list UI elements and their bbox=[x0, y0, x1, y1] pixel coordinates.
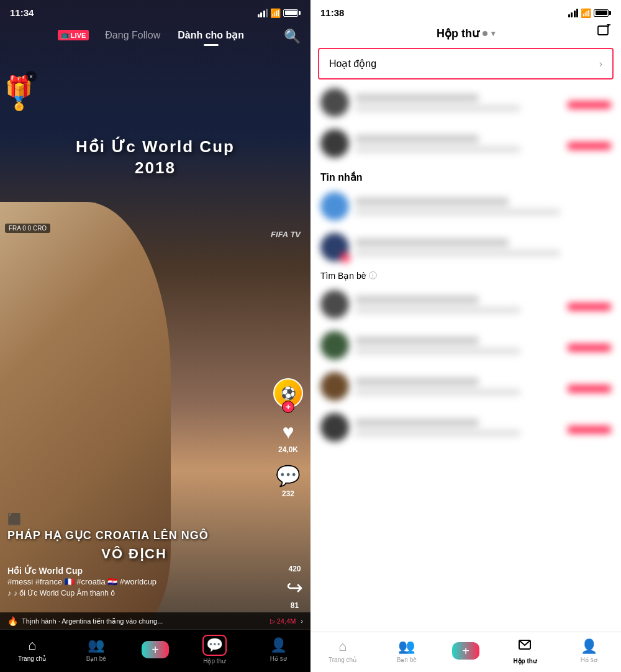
blurred-msg-2 bbox=[355, 146, 520, 153]
hoat-dong-row[interactable]: Hoạt động › bbox=[318, 48, 614, 79]
find-friends-label: Tìm Bạn bè bbox=[320, 271, 366, 281]
friend-content-2 bbox=[355, 337, 561, 355]
message-row-2[interactable]: 1 bbox=[318, 227, 614, 268]
left-nav: 📺 LIVE Đang Follow Dành cho bạn 🔍 bbox=[0, 23, 310, 50]
right-actions: ⚽ + ♥ 24,0K 💬 232 bbox=[273, 378, 303, 498]
comment-button[interactable]: 💬 232 bbox=[276, 464, 301, 498]
add-button-right[interactable]: + bbox=[452, 642, 479, 660]
info-icon: ⓘ bbox=[369, 270, 377, 281]
friend-avatar-3 bbox=[320, 372, 349, 401]
scroll-area[interactable]: Hoạt động › bbox=[310, 48, 621, 665]
follow-plus-button[interactable]: + bbox=[282, 401, 294, 413]
tv-icon: 📺 bbox=[61, 31, 70, 39]
like-button[interactable]: ♥ 24,0K bbox=[278, 420, 298, 454]
inbox-icon-right bbox=[517, 637, 532, 656]
blurred-avatar-2 bbox=[320, 129, 349, 158]
video-account[interactable]: Hồi Ức World Cup bbox=[7, 566, 261, 576]
message-content-2 bbox=[355, 238, 611, 257]
trending-bar[interactable]: 🔥 Thịnh hành · Argentina tiến thắng vào … bbox=[0, 612, 310, 630]
right-lower-actions: 420 ↪ 81 bbox=[286, 565, 303, 610]
friend-detail-1 bbox=[355, 307, 520, 314]
nav-inbox-right[interactable]: Hộp thư bbox=[506, 637, 543, 665]
blurred-avatar-1 bbox=[320, 88, 349, 117]
nav-profile-right[interactable]: 👤 Hồ sơ bbox=[570, 638, 607, 663]
friend-name-2 bbox=[355, 337, 479, 345]
video-hashtags[interactable]: #messi #france 🇫🇷 #croatia 🇭🇷 #worldcup bbox=[7, 577, 261, 586]
hoat-dong-label: Hoạt động bbox=[329, 58, 376, 70]
share-icon: ↪ bbox=[286, 576, 303, 599]
creator-avatar-container[interactable]: ⚽ + bbox=[273, 378, 303, 408]
profile-icon-left: 👤 bbox=[270, 637, 287, 653]
plus-icon: + bbox=[152, 643, 159, 657]
compose-icon bbox=[596, 24, 611, 39]
add-friend-button-4[interactable] bbox=[568, 426, 611, 434]
signal-icon-right bbox=[568, 9, 579, 17]
caption-icon: ⬛ bbox=[7, 512, 21, 526]
friend-action-3[interactable] bbox=[568, 380, 611, 393]
tin-nhan-section: 1 bbox=[310, 186, 621, 268]
blurred-name-2 bbox=[355, 135, 479, 143]
video-title: Hồi Ức World Cup 2018 bbox=[0, 137, 310, 179]
message-name-2 bbox=[355, 238, 509, 247]
friend-avatar-2 bbox=[320, 331, 349, 360]
blurred-action-1[interactable] bbox=[568, 96, 611, 109]
add-button-left[interactable]: + bbox=[142, 641, 169, 658]
friend-action-1[interactable] bbox=[568, 298, 611, 311]
home-icon: ⌂ bbox=[28, 637, 36, 653]
video-info: ⬛ PHÁP HẠ GỤC CROATIA LÊN NGÔ VÔ ĐỊCH Hồ… bbox=[7, 512, 261, 597]
friend-row-2[interactable] bbox=[318, 325, 614, 366]
trending-text: Thịnh hành · Argentina tiến thắng vào ch… bbox=[22, 617, 266, 625]
friend-row-4[interactable] bbox=[318, 407, 614, 448]
gift-close-button[interactable]: × bbox=[25, 71, 37, 82]
video-title-text: Hồi Ức World Cup 2018 bbox=[37, 137, 273, 179]
nav-inbox-left[interactable]: 💬 Hộp thư bbox=[196, 635, 233, 665]
friend-content-3 bbox=[355, 378, 561, 396]
share-button[interactable]: ↪ 81 bbox=[286, 576, 303, 610]
blurred-content-1 bbox=[355, 94, 561, 112]
activity-row-2[interactable] bbox=[318, 123, 614, 164]
live-badge[interactable]: 📺 LIVE bbox=[58, 30, 89, 40]
nav-friends-label-right: Bạn bè bbox=[397, 656, 417, 663]
add-friend-button-3[interactable] bbox=[568, 385, 611, 393]
friend-content-4 bbox=[355, 419, 561, 437]
tab-follow[interactable]: Đang Follow bbox=[96, 26, 169, 45]
add-friend-button-2[interactable] bbox=[568, 344, 611, 352]
add-friend-button-1[interactable] bbox=[568, 303, 611, 311]
video-subtitle-banner: PHÁP HẠ GỤC CROATIA LÊN NGÔ bbox=[7, 529, 261, 542]
friend-detail-3 bbox=[355, 389, 520, 396]
friend-content-1 bbox=[355, 296, 561, 314]
right-status-icons: 📶 bbox=[568, 8, 612, 18]
nav-profile-left[interactable]: 👤 Hồ sơ bbox=[260, 637, 297, 662]
nav-friends-left[interactable]: 👥 Bạn bè bbox=[78, 637, 115, 662]
tab-for-you[interactable]: Dành cho bạn bbox=[169, 25, 253, 45]
friend-row-1[interactable] bbox=[318, 284, 614, 325]
search-button[interactable]: 🔍 bbox=[284, 29, 301, 45]
home-icon-right: ⌂ bbox=[338, 638, 347, 655]
message-name-1 bbox=[355, 198, 509, 206]
blurred-action-2[interactable] bbox=[568, 137, 611, 150]
chevron-down-icon: ▾ bbox=[491, 29, 495, 38]
compose-button[interactable] bbox=[596, 24, 611, 43]
follow-button-2[interactable] bbox=[568, 142, 611, 150]
blurred-content-2 bbox=[355, 135, 561, 153]
nav-home-right[interactable]: ⌂ Trang chủ bbox=[324, 638, 361, 663]
friend-detail-4 bbox=[355, 430, 520, 437]
nav-friends-right[interactable]: 👥 Bạn bè bbox=[388, 638, 425, 663]
tin-nhan-section-label: Tin nhắn bbox=[310, 164, 621, 186]
score-bar: FRA 0 0 CRO bbox=[5, 224, 50, 233]
activity-row-1[interactable] bbox=[318, 82, 614, 123]
message-row-1[interactable] bbox=[318, 186, 614, 227]
profile-icon-right: 👤 bbox=[581, 638, 597, 655]
message-text-1 bbox=[355, 209, 560, 216]
friend-row-3[interactable] bbox=[318, 366, 614, 407]
left-status-bar: 11:34 📶 bbox=[0, 0, 310, 23]
video-sound[interactable]: ♪ ♪ ồi Ức World Cup Âm thanh ô bbox=[7, 589, 261, 597]
left-panel: 11:34 📶 📺 LIVE Đang Follow Dành cho bạn … bbox=[0, 0, 310, 672]
heart-icon: ♥ bbox=[283, 420, 294, 443]
follow-button-1[interactable] bbox=[568, 101, 611, 109]
friend-action-2[interactable] bbox=[568, 339, 611, 352]
gift-overlay: × 🎁 🏅 bbox=[5, 75, 33, 112]
nav-home-left[interactable]: ⌂ Trang chủ bbox=[14, 637, 51, 662]
friend-action-4[interactable] bbox=[568, 421, 611, 434]
comment-icon-row: ⬛ bbox=[7, 512, 261, 526]
